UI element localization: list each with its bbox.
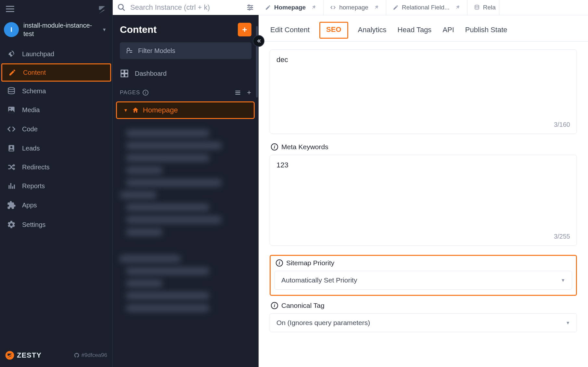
image-icon — [6, 106, 16, 114]
sidebar-item-label: Settings — [22, 221, 45, 229]
char-counter: 3/160 — [554, 121, 570, 128]
content-panel-title: Content — [120, 24, 157, 35]
chevron-down-icon: ▼ — [102, 27, 107, 32]
sidebar-item-launchpad[interactable]: Launchpad — [0, 45, 112, 63]
svg-rect-15 — [125, 70, 128, 73]
subtab-analytics[interactable]: Analytics — [357, 22, 388, 41]
add-content-button[interactable]: + — [238, 23, 251, 36]
sidebar-item-code[interactable]: Code — [0, 119, 112, 139]
add-page-icon[interactable]: + — [247, 88, 251, 97]
home-icon — [132, 107, 139, 114]
database-icon — [6, 87, 16, 95]
sidebar: I install-module-instance-test ▼ Launchp… — [0, 0, 112, 367]
pencil-icon — [393, 5, 399, 10]
chevron-down-icon: ▼ — [566, 320, 570, 325]
scrollbar[interactable] — [255, 20, 259, 367]
sidebar-item-media[interactable]: Media — [0, 100, 112, 119]
info-icon[interactable]: i — [143, 90, 148, 96]
gear-icon — [6, 220, 16, 229]
svg-rect-14 — [121, 70, 124, 73]
pin-icon[interactable] — [311, 4, 318, 11]
sidebar-item-reports[interactable]: Reports — [0, 177, 112, 195]
svg-point-8 — [251, 7, 252, 8]
sidebar-item-label: Media — [22, 106, 40, 114]
dashboard-label: Dashboard — [135, 70, 167, 77]
sidebar-item-label: Reports — [22, 182, 45, 190]
sidebar-item-schema[interactable]: Schema — [0, 82, 112, 100]
subtab-publish-state[interactable]: Publish State — [464, 22, 509, 41]
svg-point-7 — [248, 5, 249, 6]
char-counter: 3/255 — [554, 233, 570, 240]
sidebar-item-content[interactable]: Content — [1, 63, 111, 82]
subtab-edit-content[interactable]: Edit Content — [269, 22, 311, 41]
meta-description-value: dec — [276, 56, 288, 64]
code-icon — [330, 5, 336, 10]
sidebar-item-apps[interactable]: Apps — [0, 195, 112, 215]
subtab-head-tags[interactable]: Head Tags — [396, 22, 433, 41]
subtab-api[interactable]: API — [441, 22, 455, 41]
filter-models-input[interactable]: Filter Models — [120, 42, 251, 59]
dashboard-link[interactable]: Dashboard — [113, 64, 259, 83]
sidebar-item-leads[interactable]: Leads — [0, 139, 112, 158]
sidebar-item-label: Apps — [22, 202, 37, 209]
canonical-tag-select[interactable]: On (Ignores query parameters) ▼ — [270, 313, 577, 332]
meta-keywords-field[interactable]: 123 3/255 — [270, 155, 577, 246]
rocket-icon — [6, 50, 16, 58]
svg-line-6 — [122, 8, 125, 11]
subtab-seo[interactable]: SEO — [319, 22, 348, 39]
info-icon[interactable]: i — [271, 302, 278, 309]
page-item-label: Homepage — [143, 106, 178, 114]
main-area: Homepage homepage Relational Field... Re… — [259, 0, 588, 367]
contacts-icon — [6, 144, 16, 152]
content-subtabs: Edit Content SEO Analytics Head Tags API… — [259, 15, 588, 42]
sidebar-item-label: Leads — [22, 145, 40, 152]
instance-name: install-module-instance-test — [23, 21, 97, 38]
sitemap-priority-select[interactable]: Automatically Set Priority ▼ — [275, 271, 572, 290]
database-icon — [474, 5, 480, 10]
instance-switcher[interactable]: I install-module-instance-test ▼ — [0, 17, 112, 45]
tune-icon[interactable] — [246, 4, 254, 11]
collapse-panel-button[interactable] — [253, 35, 264, 47]
sidebar-item-label: Code — [22, 125, 38, 133]
select-value: On (Ignores query parameters) — [276, 319, 370, 327]
svg-point-9 — [249, 9, 250, 10]
filter-icon — [126, 47, 134, 55]
pencil-icon — [7, 69, 17, 76]
filter-label: Filter Models — [138, 47, 175, 55]
tab-homepage-code[interactable]: homepage — [324, 0, 386, 15]
canonical-tag-label: i Canonical Tag — [271, 302, 577, 309]
tab-homepage-content[interactable]: Homepage — [259, 0, 324, 15]
code-icon — [6, 125, 16, 134]
brand-mark-icon — [97, 5, 107, 14]
bar-chart-icon — [6, 182, 16, 190]
blurred-content-list — [113, 122, 259, 367]
puzzle-icon — [6, 201, 16, 210]
info-icon[interactable]: i — [276, 259, 283, 267]
meta-description-field[interactable]: dec 3/160 — [270, 49, 577, 134]
meta-keywords-label: i Meta Keywords — [271, 143, 577, 151]
svg-point-4 — [10, 146, 13, 149]
page-item-homepage[interactable]: ▼ Homepage — [116, 101, 255, 119]
tab-label: Relational Field... — [402, 4, 450, 11]
commit-hash[interactable]: #9dfcea96 — [74, 352, 107, 359]
svg-point-0 — [8, 87, 15, 90]
search-bar[interactable] — [113, 0, 259, 15]
content-panel: Content + Filter Models Dashboard PAGES … — [112, 0, 259, 367]
chevron-down-icon: ▼ — [561, 278, 565, 283]
pencil-icon — [265, 5, 271, 10]
info-icon[interactable]: i — [271, 143, 278, 151]
tab-relational-field[interactable]: Relational Field... — [386, 0, 467, 15]
svg-rect-17 — [125, 74, 128, 77]
menu-icon[interactable] — [4, 4, 16, 14]
search-input[interactable] — [130, 3, 242, 12]
meta-keywords-value: 123 — [276, 161, 288, 169]
list-icon[interactable] — [235, 89, 241, 96]
svg-point-2 — [9, 108, 11, 109]
sidebar-item-redirects[interactable]: Redirects — [0, 158, 112, 177]
tab-label: Homepage — [274, 4, 306, 11]
sidebar-item-settings[interactable]: Settings — [0, 215, 112, 234]
pin-icon[interactable] — [373, 4, 381, 11]
zesty-logo: ZESTY — [5, 350, 42, 360]
tab-rela-schema[interactable]: Rela — [467, 0, 499, 15]
pin-icon[interactable] — [454, 4, 462, 11]
